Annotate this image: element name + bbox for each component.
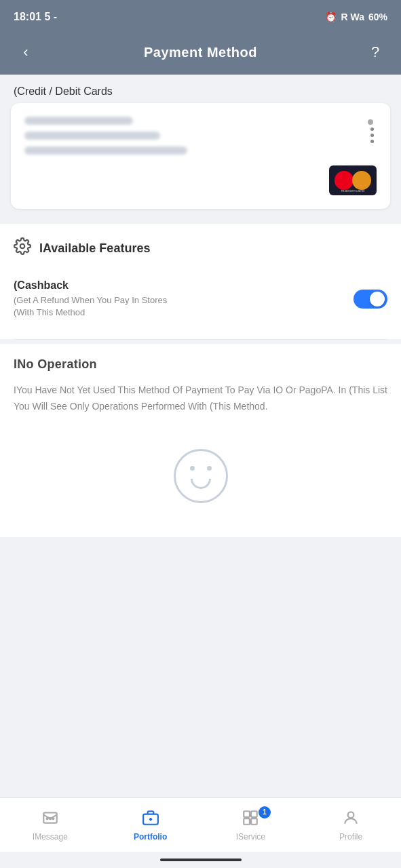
card-top-right <box>368 117 377 146</box>
no-operation-description: IYou Have Not Yet Used This Method Of Pa… <box>14 382 387 415</box>
header: ‹ Payment Method ? <box>0 34 401 75</box>
battery-label: 60% <box>368 12 387 22</box>
svg-point-3 <box>46 818 47 819</box>
message-label: IMessage <box>33 832 68 842</box>
smiley-eye-left <box>190 466 195 471</box>
no-operation-title: INo Operation <box>14 357 387 372</box>
portfolio-icon <box>142 809 159 829</box>
svg-point-0 <box>20 244 25 249</box>
mastercard-logo: mastercard <box>329 165 377 195</box>
main-content: (Credit / Debit Cards masterca <box>0 75 401 797</box>
svg-point-13 <box>348 812 354 818</box>
home-bar <box>160 859 242 861</box>
no-operation-section: INo Operation IYou Have Not Yet Used Thi… <box>0 344 401 537</box>
cashback-info: (Cashback (Get A Refund When You Pay In … <box>14 279 167 319</box>
profile-label: Profile <box>339 832 362 842</box>
toggle-knob <box>370 292 385 307</box>
svg-point-5 <box>52 818 54 819</box>
help-button[interactable]: ? <box>363 43 387 61</box>
status-bar: 18:01 5 - ⏰ R Wa 60% <box>0 0 401 34</box>
card-options-button[interactable] <box>368 125 377 146</box>
network-label: R Wa <box>341 12 364 22</box>
smiley-mouth <box>191 479 211 489</box>
card-bottom: mastercard <box>24 165 377 195</box>
service-icon <box>242 809 259 829</box>
card-number-blurred <box>24 117 187 155</box>
home-indicator <box>0 852 401 868</box>
smiley-eye-right <box>207 466 212 471</box>
credit-debit-section-label: (Credit / Debit Cards <box>0 75 401 103</box>
features-header: IAvailable Features <box>14 237 387 259</box>
page-title: Payment Method <box>144 45 257 60</box>
alarm-icon: ⏰ <box>325 12 337 22</box>
svg-rect-11 <box>244 818 250 825</box>
message-icon <box>41 809 59 829</box>
mc-red-circle <box>335 171 354 190</box>
service-badge: 1 <box>259 806 271 818</box>
smiley-eyes <box>190 466 212 471</box>
cashback-name: (Cashback <box>14 279 167 292</box>
cashback-desc-line1: (Get A Refund When You Pay In Stores <box>14 294 167 307</box>
cashback-feature-row: (Cashback (Get A Refund When You Pay In … <box>14 273 387 326</box>
feature-separator <box>14 339 387 340</box>
nav-item-profile[interactable]: Profile <box>301 804 401 847</box>
card-line-3 <box>24 146 187 155</box>
svg-rect-9 <box>244 811 250 817</box>
card-dot <box>368 119 373 125</box>
card-line-1 <box>24 117 133 125</box>
svg-rect-10 <box>251 811 257 817</box>
cashback-desc-line2: (With This Method <box>14 307 167 319</box>
smiley-face <box>174 449 228 503</box>
features-section: IAvailable Features (Cashback (Get A Ref… <box>0 224 401 339</box>
card-top <box>24 117 377 155</box>
features-title: IAvailable Features <box>39 241 150 256</box>
mc-text: mastercard <box>341 189 364 193</box>
status-time: 18:01 5 - <box>14 11 57 23</box>
mc-yellow-circle <box>352 171 371 190</box>
portfolio-label: Portfolio <box>134 832 167 842</box>
empty-state-illustration <box>14 415 387 524</box>
back-button[interactable]: ‹ <box>14 43 38 61</box>
nav-item-portfolio[interactable]: Portfolio <box>100 804 201 847</box>
nav-item-service[interactable]: 1 IService <box>201 804 301 847</box>
nav-item-message[interactable]: IMessage <box>0 804 100 847</box>
card-container: mastercard <box>11 103 390 209</box>
profile-icon <box>342 809 360 829</box>
svg-rect-12 <box>251 818 257 825</box>
card-line-2 <box>24 132 160 140</box>
gear-icon <box>14 237 31 259</box>
bottom-navigation: IMessage Portfolio 1 IService <box>0 797 401 852</box>
status-right: ⏰ R Wa 60% <box>325 12 387 22</box>
cashback-toggle[interactable] <box>354 290 387 309</box>
service-label: IService <box>236 832 265 842</box>
svg-point-4 <box>50 818 51 819</box>
